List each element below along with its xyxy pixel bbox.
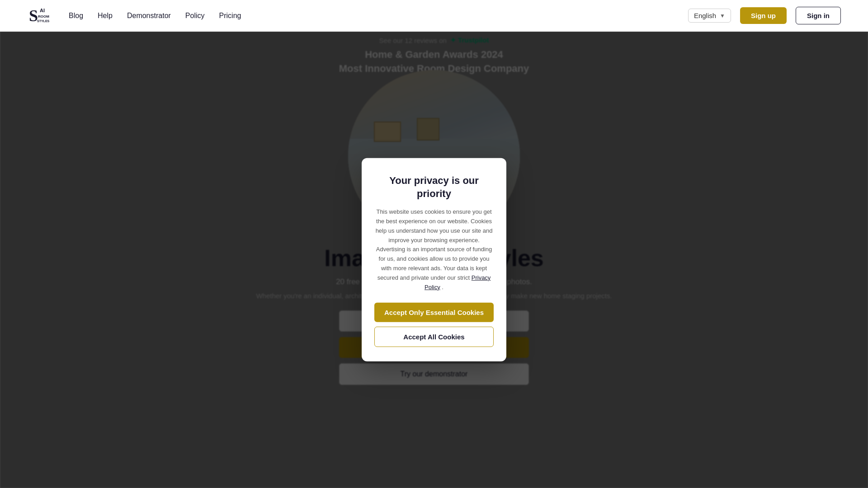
main-content: See our 12 reviews on ✦ Trustpilot Home …	[0, 32, 868, 488]
svg-text:ROOM: ROOM	[38, 14, 49, 19]
signin-button[interactable]: Sign in	[796, 7, 841, 24]
nav-right: English ▼ Sign up Sign in	[688, 7, 841, 24]
signup-button[interactable]: Sign up	[740, 7, 787, 24]
cookie-body-text: This website uses cookies to ensure you …	[376, 208, 493, 281]
cookie-modal: Your privacy is our priority This websit…	[362, 158, 506, 361]
navbar: S AI ROOM STYLES Blog Help Demonstrator …	[0, 0, 868, 32]
language-label: English	[694, 12, 716, 19]
accept-essential-cookies-button[interactable]: Accept Only Essential Cookies	[374, 303, 494, 322]
nav-item-pricing[interactable]: Pricing	[219, 12, 241, 20]
nav-left: S AI ROOM STYLES Blog Help Demonstrator …	[27, 4, 241, 28]
chevron-down-icon: ▼	[720, 13, 725, 19]
nav-item-blog[interactable]: Blog	[69, 12, 83, 20]
nav-item-demonstrator[interactable]: Demonstrator	[127, 12, 171, 20]
cookie-body-end: .	[442, 283, 443, 290]
logo-icon: S AI ROOM STYLES	[27, 4, 51, 28]
logo[interactable]: S AI ROOM STYLES	[27, 4, 51, 28]
accept-all-cookies-button[interactable]: Accept All Cookies	[374, 327, 494, 347]
nav-item-policy[interactable]: Policy	[185, 12, 205, 20]
svg-text:AI: AI	[40, 8, 45, 13]
nav-item-help[interactable]: Help	[98, 12, 113, 20]
language-selector[interactable]: English ▼	[688, 9, 731, 23]
svg-text:STYLES: STYLES	[37, 19, 50, 23]
cookie-modal-title: Your privacy is our priority	[374, 174, 494, 200]
nav-links: Blog Help Demonstrator Policy Pricing	[69, 12, 241, 20]
cookie-modal-body: This website uses cookies to ensure you …	[374, 207, 494, 292]
